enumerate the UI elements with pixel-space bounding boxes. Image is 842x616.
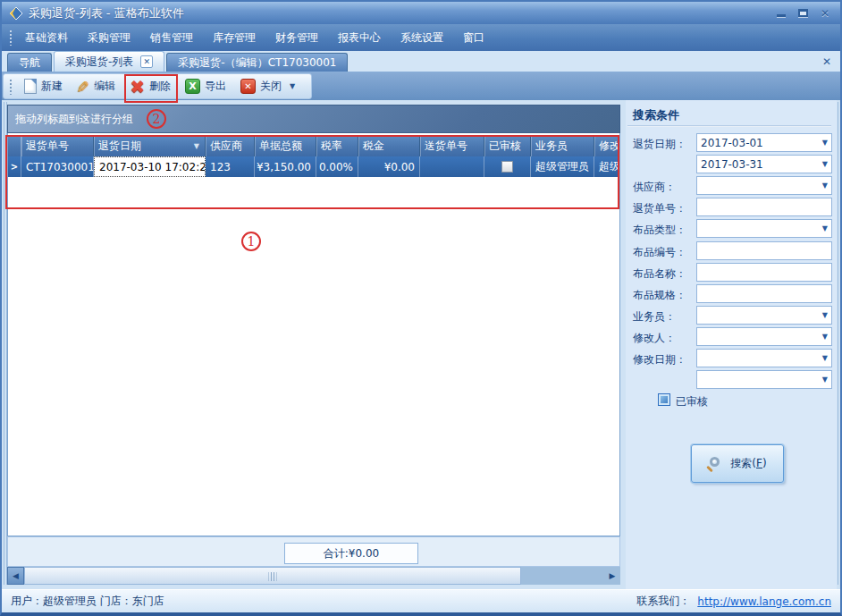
salesman-field[interactable]: ▼: [696, 306, 832, 325]
close-icon[interactable]: ✕: [821, 8, 829, 19]
column-header-label: 已审核: [489, 139, 521, 154]
cell-audited[interactable]: [484, 156, 531, 177]
audited-filter-checkbox[interactable]: [658, 393, 670, 406]
cell-total-amount[interactable]: ¥3,150.00: [255, 156, 316, 177]
cell-return-date[interactable]: 2017-03-10 17:02:24: [94, 156, 206, 177]
modify-date-label: 修改日期：: [633, 352, 686, 367]
maximize-icon[interactable]: [798, 9, 808, 17]
edit-button-label: 编辑: [94, 79, 115, 94]
date-to-value: 2017-03-31: [701, 158, 763, 171]
scroll-right-icon[interactable]: ▶: [604, 567, 620, 585]
column-header-modifier[interactable]: 修改人: [594, 135, 620, 156]
cell-delivery-no[interactable]: [420, 156, 484, 177]
new-button[interactable]: 新建: [17, 77, 70, 96]
horizontal-scrollbar[interactable]: ◀ ▶: [7, 567, 620, 585]
fabric-no-field[interactable]: [696, 241, 832, 260]
modify-date-from-field[interactable]: ▼: [696, 349, 832, 367]
modify-date-to-field[interactable]: ▼: [696, 370, 832, 389]
action-toolbar: 新建 ✎ 编辑 ✖ 删除 X 导出 ✕ 关闭 ▼: [2, 72, 840, 100]
delete-x-icon: ✖: [130, 76, 145, 97]
toolbar-grip-icon: [9, 79, 13, 95]
divider: [627, 125, 831, 127]
close-button-label: 关闭: [260, 79, 282, 94]
close-red-icon: ✕: [240, 79, 256, 94]
menu-item-settings[interactable]: 系统设置: [392, 27, 451, 49]
tab-purchase-return-list[interactable]: 采购退货-列表 ✕: [54, 51, 164, 72]
search-panel: 搜索条件 退货日期： 2017-03-01 ▼ 2017-03-31 ▼ 供应商…: [626, 100, 837, 589]
menu-item-sales[interactable]: 销售管理: [142, 27, 201, 49]
pencil-icon: ✎: [77, 78, 89, 96]
column-header-label: 单据总额: [259, 139, 302, 154]
tab-navigation[interactable]: 导航: [7, 53, 52, 72]
column-header-delivery-no[interactable]: 送货单号: [420, 135, 484, 156]
chevron-down-icon[interactable]: ▼: [822, 181, 828, 190]
tab-close-icon[interactable]: ✕: [140, 55, 153, 68]
export-button[interactable]: X 导出: [178, 77, 233, 96]
document-tab-bar: 导航 采购退货-列表 ✕ 采购退货-（编辑）CT17030001 ✕: [2, 51, 840, 72]
delete-button-label: 删除: [149, 79, 171, 94]
audited-checkbox[interactable]: [501, 161, 513, 173]
column-header-return-no[interactable]: 退货单号: [21, 135, 94, 156]
new-document-icon: [24, 79, 37, 94]
modifier-field[interactable]: ▼: [696, 327, 832, 346]
delete-button[interactable]: ✖ 删除: [122, 74, 178, 99]
cell-modifier[interactable]: 超级管理员: [594, 156, 620, 177]
sort-desc-icon[interactable]: ▼: [194, 142, 199, 150]
column-header-tax-rate[interactable]: 税率: [316, 135, 358, 156]
cell-tax-rate[interactable]: 0.00%: [316, 156, 358, 177]
cell-return-no[interactable]: CT17030001: [21, 156, 94, 177]
chevron-down-icon[interactable]: ▼: [822, 311, 828, 319]
user-store-info: 用户：超级管理员 门店：东门店: [11, 594, 164, 609]
close-tab-button[interactable]: ✕ 关闭 ▼: [233, 77, 302, 96]
chevron-down-icon[interactable]: ▼: [290, 82, 295, 90]
chevron-down-icon[interactable]: ▼: [822, 224, 828, 232]
column-header-tax[interactable]: 税金: [358, 135, 420, 156]
scrollbar-thumb[interactable]: [24, 567, 521, 585]
scrollbar-track[interactable]: [521, 567, 604, 585]
app-logo-icon: [9, 6, 23, 21]
supplier-field[interactable]: ▼: [696, 176, 832, 195]
chevron-down-icon[interactable]: ▼: [822, 354, 828, 362]
column-header-return-date[interactable]: 退货日期▼: [94, 135, 206, 156]
column-header-total-amount[interactable]: 单据总额: [255, 135, 316, 156]
website-link[interactable]: http://www.lange.com.cn: [697, 595, 831, 608]
search-button[interactable]: 搜索(F): [691, 444, 784, 483]
tabbar-close-icon[interactable]: ✕: [822, 55, 831, 68]
edit-button[interactable]: ✎ 编辑: [70, 76, 122, 97]
menu-item-window[interactable]: 窗口: [455, 27, 493, 49]
tab-purchase-return-edit-label: 采购退货-（编辑）CT17030001: [178, 55, 336, 71]
tab-purchase-return-edit[interactable]: 采购退货-（编辑）CT17030001: [166, 53, 348, 72]
column-header-salesman[interactable]: 业务员: [531, 135, 594, 156]
date-from-field[interactable]: 2017-03-01 ▼: [696, 133, 832, 152]
chevron-down-icon[interactable]: ▼: [822, 160, 828, 168]
chevron-down-icon[interactable]: ▼: [822, 333, 828, 341]
title-bar: 采购退货-列表 - 蓝格布业软件 ✕: [2, 2, 840, 24]
fabric-name-field[interactable]: [696, 263, 832, 282]
column-header-audited[interactable]: 已审核: [484, 135, 531, 156]
menu-item-finance[interactable]: 财务管理: [267, 27, 326, 49]
chevron-down-icon[interactable]: ▼: [822, 139, 828, 147]
search-panel-title: 搜索条件: [633, 107, 679, 123]
date-to-field[interactable]: 2017-03-31 ▼: [696, 155, 832, 173]
cell-supplier[interactable]: 123: [206, 156, 255, 177]
menu-item-base-data[interactable]: 基础资料: [17, 27, 76, 49]
fabric-spec-field[interactable]: [696, 284, 832, 303]
return-no-field[interactable]: [696, 198, 832, 216]
fabric-spec-label: 布品规格：: [633, 288, 686, 303]
column-header-label: 供应商: [210, 139, 242, 154]
menu-item-reports[interactable]: 报表中心: [330, 27, 389, 49]
modifier-label: 修改人：: [633, 331, 676, 346]
fabric-name-label: 布品名称：: [633, 266, 686, 282]
chevron-down-icon[interactable]: ▼: [822, 376, 828, 384]
group-by-bar[interactable]: 拖动列标题到这进行分组: [7, 105, 620, 133]
column-header-label: 送货单号: [425, 139, 467, 154]
scroll-left-icon[interactable]: ◀: [7, 567, 24, 585]
menu-item-inventory[interactable]: 库存管理: [205, 27, 264, 49]
cell-salesman[interactable]: 超级管理员: [531, 156, 594, 177]
menu-item-purchase[interactable]: 采购管理: [80, 27, 139, 49]
fabric-type-field[interactable]: ▼: [696, 219, 832, 238]
column-header-supplier[interactable]: 供应商: [206, 135, 255, 156]
minimize-icon[interactable]: [777, 14, 786, 17]
cell-tax[interactable]: ¥0.00: [358, 156, 420, 177]
table-row[interactable]: > CT17030001 2017-03-10 17:02:24 123 ¥3,…: [8, 156, 620, 177]
